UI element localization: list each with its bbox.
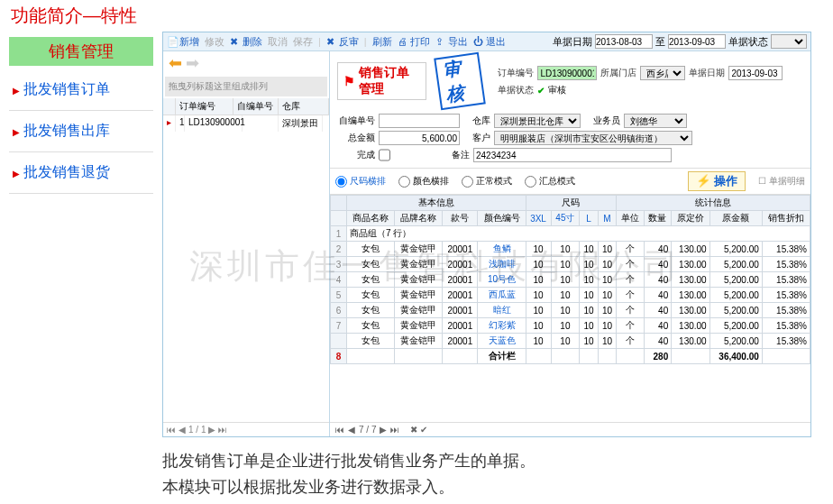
print-icon: 🖨 [398,36,408,47]
mode-size-h[interactable]: 尺码横排 [335,175,386,188]
exit-icon: ⏻ [473,36,484,47]
exit-button[interactable]: ⏻退出 [473,35,506,49]
uncheck-button[interactable]: ✖反审 [326,35,359,49]
grouping-hint: 拖曳列标题这里组成排列 [165,77,327,96]
export-icon: ⇪ [435,36,446,47]
order-list-pager[interactable]: ⏮◀1 / 1▶⏭ [163,422,329,436]
total-input[interactable] [379,131,460,145]
edit-button[interactable]: 修改 [205,35,224,49]
mode-color-h[interactable]: 颜色横排 [398,175,449,188]
table-row[interactable]: 4女包黄金铠甲2000110号色10101010个40130.005,200.0… [331,272,810,288]
mode-summary[interactable]: 汇总模式 [525,175,575,188]
row-indicator-icon: ▸ [163,115,176,132]
export-button[interactable]: ⇪导出 [435,35,468,49]
page-title: 功能简介—特性 [0,0,833,32]
clerk-select[interactable]: 刘德华 [624,114,687,128]
status-select[interactable] [771,34,807,49]
status-label: 单据状态 [728,35,768,49]
order-list-row[interactable]: ▸ 1 LD130900001 深圳景田 [163,115,329,132]
col-order-no[interactable]: 订单编号 [176,98,233,115]
approve-check-icon[interactable]: ✔ [537,86,545,96]
date-label: 单据日期 [553,35,592,49]
footer-text: 批发销售订单是企业进行批发销售业务产生的单据。 本模块可以根据批发业务进行数据录… [0,437,833,500]
nav-item-return[interactable]: 批发销售退货 [9,152,153,194]
remark-input[interactable] [473,148,672,162]
uncheck-icon: ✖ [326,36,337,47]
table-row[interactable]: 5女包黄金铠甲20001西瓜蓝10101010个40130.005,200.00… [331,288,810,303]
new-icon: 📄 [167,36,178,47]
refresh-button[interactable]: 刷新 [372,35,392,49]
custom-no-input[interactable] [379,114,460,128]
table-row[interactable]: 2女包黄金铠甲20001鱼鳞10101010个40130.005,200.001… [331,242,810,257]
detail-grid[interactable]: 基本信息 尺码 统计信息 商品名称品牌名称款号颜色编号 3XL45寸LM 单位数… [330,195,810,364]
nav-header: 销售管理 [9,37,153,66]
table-row[interactable]: 女包黄金铠甲20001天蓝色10101010个40130.005,200.001… [331,334,810,349]
print-button[interactable]: 🖨打印 [398,35,430,49]
done-checkbox[interactable] [379,148,390,162]
date-from-input[interactable] [595,34,653,49]
grid-pager[interactable]: ⏮◀7 / 7▶⏭ ✖ ✔ [330,422,810,436]
cancel-button[interactable]: 取消 [268,35,288,49]
toolbar: 📄新增 修改 ✖删除 取消 保存 | ✖反审 | 刷新 🖨打印 ⇪导出 ⏻退出 … [163,32,810,51]
warehouse-select[interactable]: 深圳景田北仓库 [494,114,581,128]
table-row[interactable]: 3女包黄金铠甲20001浅咖啡10101010个40130.005,200.00… [331,257,810,272]
approve-stamp: 审核 [434,52,485,110]
order-form: 自编单号 仓库 深圳景田北仓库 业务员 刘德华 总金额 客户 明明服装店（深圳市… [330,111,810,168]
mode-normal[interactable]: 正常模式 [462,175,512,188]
detail-link[interactable]: ☐ 单据明细 [758,175,805,188]
action-button[interactable]: ⚡ 操作 [688,171,746,191]
flag-icon: ⚑ [343,74,355,88]
date-to-input[interactable] [668,34,726,49]
nav-item-outbound[interactable]: 批发销售出库 [9,111,153,152]
lightning-icon: ⚡ [696,174,711,188]
order-list-panel: ⬅ ➡ 拖曳列标题这里组成排列 订单编号 自编单号 仓库 ▸ 1 LD13090… [163,51,330,436]
new-button[interactable]: 📄新增 [167,35,199,49]
order-no-input[interactable] [537,66,597,80]
customer-select[interactable]: 明明服装店（深圳市宝安区公明镇街道） [494,131,692,145]
col-warehouse[interactable]: 仓库 [279,98,329,115]
doc-date-input[interactable] [728,66,783,80]
module-title: ⚑ 销售订单管理 [337,62,426,100]
delete-icon: ✖ [230,36,241,47]
delete-button[interactable]: ✖删除 [230,35,262,49]
store-select[interactable]: 西乡店 [640,66,685,80]
app-window: 📄新增 修改 ✖删除 取消 保存 | ✖反审 | 刷新 🖨打印 ⇪导出 ⏻退出 … [162,32,811,437]
nav-item-order[interactable]: 批发销售订单 [9,69,153,111]
col-custom-no[interactable]: 自编单号 [233,98,279,115]
table-row[interactable]: 6女包黄金铠甲20001暗红10101010个40130.005,200.001… [331,303,810,318]
table-row[interactable]: 7女包黄金铠甲20001幻彩紫10101010个40130.005,200.00… [331,318,810,334]
save-button[interactable]: 保存 [293,35,313,49]
forward-arrow-icon[interactable]: ➡ [186,53,199,73]
back-arrow-icon[interactable]: ⬅ [169,53,182,73]
